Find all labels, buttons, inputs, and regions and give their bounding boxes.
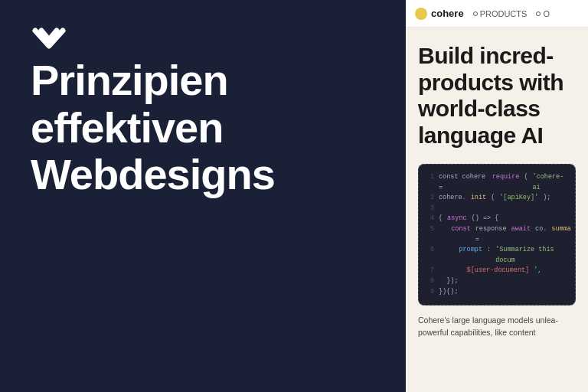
line-num: 7: [426, 266, 434, 276]
main-heading: Prinzipien effektiven Webdesigns: [31, 57, 375, 244]
code-block-wrapper: 1 const cohere = require('cohere-ai 2 co…: [418, 164, 576, 305]
nav-products-label: PRODUCTS: [480, 9, 528, 18]
hero-section: Build incred-products withworld-classlan…: [406, 28, 588, 158]
line-num: 9: [426, 287, 434, 298]
hero-heading: Build incred-products withworld-classlan…: [418, 43, 576, 149]
code-block: 1 const cohere = require('cohere-ai 2 co…: [419, 165, 575, 305]
cohere-logo: cohere: [415, 8, 464, 20]
code-line-2: 2 cohere.init('[apiKey]');: [426, 193, 567, 204]
nav-other-label: O: [543, 9, 550, 18]
cohere-navbar: cohere PRODUCTS O: [406, 0, 588, 28]
code-line-4: 4 (async () => {: [426, 214, 567, 224]
nav-products[interactable]: PRODUCTS: [473, 9, 528, 18]
line-num: 2: [426, 193, 434, 204]
brand-name: cohere: [431, 8, 464, 19]
line-num: 4: [426, 214, 434, 224]
right-panel: cohere PRODUCTS O Build incred-products …: [406, 0, 588, 392]
cohere-logo-icon: [415, 8, 427, 20]
nav-circle-icon: [473, 11, 478, 16]
nav-other[interactable]: O: [536, 9, 550, 18]
logo-mark: [31, 24, 375, 57]
description-content: Cohere's large language models unlea- po…: [418, 315, 558, 337]
code-line-6: 6 prompt: 'Summarize this docum: [426, 245, 567, 266]
left-panel: Prinzipien effektiven Webdesigns: [0, 0, 406, 392]
code-line-3: 3: [426, 204, 567, 214]
line-num: 6: [426, 245, 434, 266]
code-line-8: 8 });: [426, 276, 567, 287]
code-line-5: 5 const response = await co.summa: [426, 224, 567, 245]
code-line-1: 1 const cohere = require('cohere-ai: [426, 172, 567, 193]
code-line-7: 7 $[user-document]',: [426, 266, 567, 276]
line-num: 8: [426, 276, 434, 287]
line-num: 3: [426, 204, 434, 214]
line-num: 5: [426, 224, 434, 245]
line-num: 1: [426, 172, 434, 193]
description-text: Cohere's large language models unlea- po…: [406, 315, 588, 348]
nav-circle-icon-2: [536, 11, 541, 16]
code-line-9: 9 })();: [426, 287, 567, 298]
